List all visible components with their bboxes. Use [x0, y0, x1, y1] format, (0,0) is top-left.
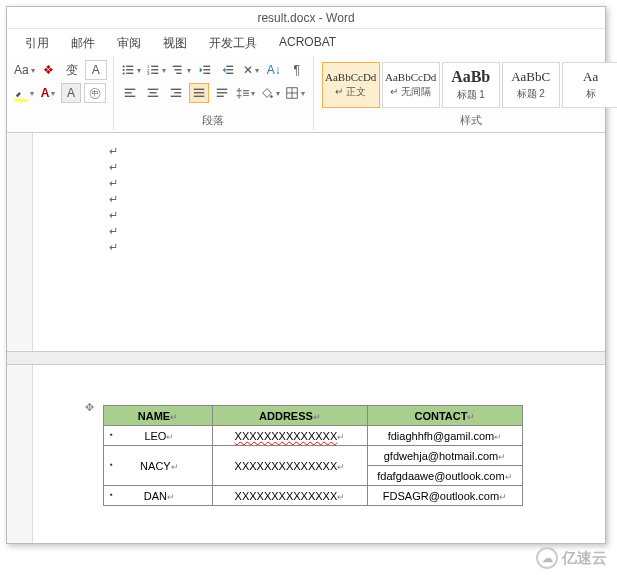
- svg-rect-14: [176, 73, 181, 74]
- sort-button[interactable]: A↓: [264, 60, 284, 80]
- align-dist-icon: [215, 86, 229, 100]
- align-left-icon: [123, 86, 137, 100]
- paint-bucket-icon: [260, 86, 274, 100]
- svg-rect-3: [126, 69, 133, 70]
- font-color-button[interactable]: A: [38, 83, 58, 103]
- ribbon-group-font: Aa ❖ 变 A A A ㊥: [7, 56, 114, 130]
- group-label-font: [13, 113, 107, 128]
- vertical-ruler: [7, 133, 33, 543]
- watermark: ☁ 亿速云: [536, 547, 607, 569]
- tab-acrobat[interactable]: ACROBAT: [279, 35, 336, 52]
- table-row[interactable]: ▪DAN↵XXXXXXXXXXXXXX↵FDSAGR@outlook.com↵: [104, 486, 523, 506]
- character-shading-button[interactable]: A: [61, 83, 81, 103]
- align-justify-button[interactable]: [189, 83, 209, 103]
- bullets-icon: [121, 63, 135, 77]
- page-2: NAME↵ ADDRESS↵ CONTACT↵ ▪LEO↵XXXXXXXXXXX…: [97, 365, 527, 506]
- change-case-button[interactable]: Aa: [13, 60, 36, 80]
- svg-rect-28: [174, 92, 181, 93]
- borders-icon: [285, 86, 299, 100]
- style-preview: AaBbC: [511, 69, 550, 85]
- align-left-button[interactable]: [120, 83, 140, 103]
- svg-rect-25: [149, 92, 156, 93]
- watermark-text: 亿速云: [562, 549, 607, 568]
- bullets-button[interactable]: [120, 60, 142, 80]
- cell-name: NACY: [140, 460, 171, 472]
- style-label: 标: [586, 87, 596, 101]
- svg-rect-34: [216, 92, 227, 93]
- svg-rect-18: [226, 66, 233, 67]
- align-right-button[interactable]: [166, 83, 186, 103]
- tab-developer[interactable]: 开发工具: [209, 35, 257, 52]
- svg-rect-30: [193, 89, 204, 90]
- svg-rect-31: [193, 92, 204, 93]
- align-center-button[interactable]: [143, 83, 163, 103]
- document-area[interactable]: ↵↵↵↵↵↵↵ ✥ NAME↵ ADDRESS↵ CONTACT↵ ▪LEO↵X…: [7, 133, 605, 543]
- svg-rect-12: [172, 66, 181, 67]
- highlight-button[interactable]: [13, 83, 35, 103]
- align-right-icon: [169, 86, 183, 100]
- numbering-button[interactable]: 123: [145, 60, 167, 80]
- svg-rect-17: [203, 73, 210, 74]
- svg-point-36: [270, 95, 273, 98]
- style-label: ↵ 正文: [335, 85, 366, 99]
- highlight-icon: [14, 85, 28, 99]
- svg-rect-7: [151, 66, 158, 67]
- style-3[interactable]: AaBbC标题 2: [502, 62, 560, 108]
- style-preview: AaBbCcDd: [385, 71, 436, 83]
- style-preview: AaBbCcDd: [325, 71, 376, 83]
- borders-button[interactable]: [284, 83, 306, 103]
- ribbon: Aa ❖ 变 A A A ㊥ 123: [7, 56, 605, 133]
- table-anchor-icon[interactable]: ✥: [85, 401, 94, 414]
- style-4[interactable]: Aa标: [562, 62, 617, 108]
- svg-rect-15: [203, 66, 210, 67]
- align-distributed-button[interactable]: [212, 83, 232, 103]
- table-row[interactable]: ▪NACY↵XXXXXXXXXXXXXX↵gfdwehja@hotmail.co…: [104, 446, 523, 466]
- multilevel-icon: [171, 63, 185, 77]
- header-address: ADDRESS: [259, 410, 313, 422]
- svg-point-4: [122, 72, 124, 74]
- tab-mailings[interactable]: 邮件: [71, 35, 95, 52]
- decrease-indent-button[interactable]: [195, 60, 215, 80]
- style-0[interactable]: AaBbCcDd↵ 正文: [322, 62, 380, 108]
- cell-name: DAN: [144, 490, 167, 502]
- svg-rect-9: [151, 69, 158, 70]
- style-label: 标题 2: [517, 87, 545, 101]
- align-justify-icon: [192, 86, 206, 100]
- tab-view[interactable]: 视图: [163, 35, 187, 52]
- multilevel-list-button[interactable]: [170, 60, 192, 80]
- style-2[interactable]: AaBb标题 1: [442, 62, 500, 108]
- svg-rect-22: [124, 92, 131, 93]
- header-contact: CONTACT: [414, 410, 467, 422]
- style-1[interactable]: AaBbCcDd↵ 无间隔: [382, 62, 440, 108]
- svg-rect-24: [147, 89, 158, 90]
- style-preview: Aa: [583, 69, 598, 85]
- svg-rect-35: [216, 96, 223, 97]
- line-spacing-button[interactable]: ‡≡: [235, 83, 257, 103]
- data-table[interactable]: NAME↵ ADDRESS↵ CONTACT↵ ▪LEO↵XXXXXXXXXXX…: [103, 405, 523, 506]
- paragraph-marks-button[interactable]: ¶: [287, 60, 307, 80]
- svg-rect-20: [226, 73, 233, 74]
- svg-rect-5: [126, 73, 133, 74]
- svg-rect-27: [170, 89, 181, 90]
- cell-address: XXXXXXXXXXXXXX: [235, 430, 338, 442]
- character-border-button[interactable]: A: [85, 60, 107, 80]
- svg-rect-32: [193, 96, 204, 97]
- phonetic-guide-button[interactable]: 变: [62, 60, 82, 80]
- table-row[interactable]: ▪LEO↵XXXXXXXXXXXXXX↵fdiaghhfh@gamil.com↵: [104, 426, 523, 446]
- asian-layout-button[interactable]: ✕: [241, 60, 261, 80]
- numbering-icon: 123: [146, 63, 160, 77]
- header-name: NAME: [138, 410, 170, 422]
- cell-contact: fdiaghhfh@gamil.com: [388, 430, 495, 442]
- enclose-characters-button[interactable]: ㊥: [84, 83, 106, 103]
- tab-review[interactable]: 审阅: [117, 35, 141, 52]
- svg-rect-23: [124, 96, 135, 97]
- increase-indent-button[interactable]: [218, 60, 238, 80]
- svg-rect-26: [147, 96, 158, 97]
- clear-formatting-button[interactable]: ❖: [39, 60, 59, 80]
- svg-rect-1: [126, 66, 133, 67]
- cell-contact: FDSAGR@outlook.com: [383, 490, 499, 502]
- align-center-icon: [146, 86, 160, 100]
- cell-address: XXXXXXXXXXXXXX: [235, 460, 338, 472]
- shading-button[interactable]: [259, 83, 281, 103]
- tab-references[interactable]: 引用: [25, 35, 49, 52]
